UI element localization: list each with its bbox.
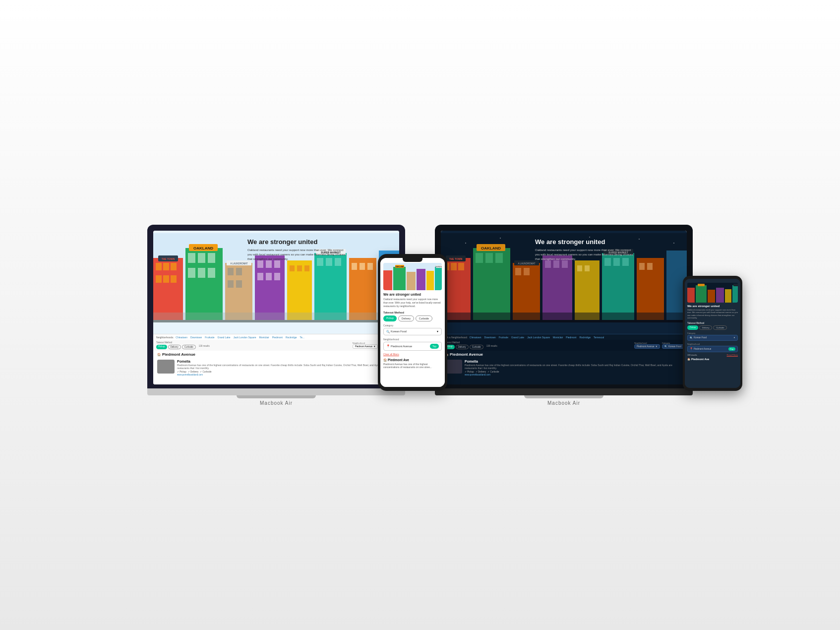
right-curbside-chip[interactable]: Curbside — [470, 345, 483, 349]
right-neighborhood-dropdown[interactable]: Piedmont Avenue ▼ — [634, 344, 660, 349]
svg-rect-100 — [647, 263, 653, 270]
left-phone-curbside[interactable]: Curbside — [416, 315, 432, 321]
right-phone-result-header: 🏠 Piedmont Ave — [687, 358, 738, 361]
left-phone-pickup[interactable]: Pickup — [383, 315, 397, 321]
svg-rect-48 — [153, 320, 399, 322]
svg-rect-27 — [257, 260, 263, 268]
left-hero-title: We are stronger united — [247, 238, 394, 246]
svg-rect-31 — [266, 273, 272, 280]
right-phone-pickup[interactable]: Pickup — [687, 325, 698, 330]
svg-rect-12 — [198, 253, 205, 263]
right-nav-piedmont[interactable]: Piedmont — [566, 336, 576, 339]
left-neighborhood-value: Piedmont Avenue — [355, 345, 372, 348]
right-result-info: Pomella Piedmont Avenue has one of the h… — [465, 360, 683, 376]
svg-rect-11 — [188, 253, 195, 263]
left-phone-neighborhood-label: Neighborhood — [383, 338, 442, 341]
right-nav-fruitvale[interactable]: Fruitvale — [499, 336, 508, 339]
left-nav-jacklon[interactable]: Jack London Square — [234, 336, 256, 339]
svg-rect-88 — [562, 260, 568, 268]
right-nav-downtown[interactable]: Downtown — [484, 336, 495, 339]
svg-rect-105 — [687, 288, 695, 303]
svg-rect-46 — [367, 263, 373, 270]
svg-rect-102 — [441, 320, 687, 322]
right-macbook: THE TOWN OAKLAND — [435, 225, 693, 406]
left-phone-clear-all[interactable]: Clear all filters — [383, 353, 442, 356]
left-result-website: www.pomellaoakland.com — [177, 374, 395, 376]
right-phone-search-icon: 🔍 — [690, 336, 693, 339]
left-nav-grandlake[interactable]: Grand Lake — [218, 336, 231, 339]
left-phone-delivery[interactable]: Delivery — [398, 315, 414, 321]
left-nav-fruitvale[interactable]: Fruitvale — [205, 336, 214, 339]
left-phone-top-button[interactable]: Top — [430, 344, 439, 349]
right-phone-reset[interactable]: Reset Filters — [727, 354, 738, 356]
left-result-item: Pomella Piedmont Avenue has one of the h… — [153, 358, 399, 378]
svg-rect-86 — [545, 260, 551, 268]
svg-rect-81 — [515, 268, 521, 275]
right-phone-top-button[interactable]: Top — [728, 347, 735, 351]
svg-rect-29 — [274, 260, 280, 268]
left-nav-piedmont[interactable]: Piedmont — [272, 336, 283, 339]
left-nav-chinatown[interactable]: Chinatown — [176, 336, 187, 339]
right-result-delivery: ✓ Delivery — [476, 371, 486, 373]
left-curbside-chip[interactable]: Curbside — [182, 345, 196, 349]
left-phone-city-svg: OAKLAND SUPER MKT — [383, 263, 442, 290]
left-nav-te[interactable]: Te... — [300, 336, 304, 339]
svg-text:THE TOWN: THE TOWN — [449, 257, 463, 260]
right-phone-bezel: We are stronger united Oakland restauran… — [683, 276, 742, 391]
svg-rect-109 — [716, 288, 724, 303]
right-phone: We are stronger united Oakland restauran… — [683, 276, 742, 391]
right-nav-grandlake[interactable]: Grand Lake — [511, 336, 524, 339]
left-phone-category-dropdown[interactable]: 🔍 Korean Food ▼ — [383, 328, 442, 335]
left-phone-takeout-label: Takeout Method — [383, 311, 442, 314]
left-pickup-chip[interactable]: Pickup — [156, 345, 167, 349]
right-nav-montclair[interactable]: Montclair — [553, 336, 563, 339]
right-phone-results: 130 results — [687, 354, 697, 356]
left-nav-downtown[interactable]: Downtown — [190, 336, 202, 339]
left-screen-content: THE TOWN OAKL — [153, 231, 399, 384]
right-phone-curbside[interactable]: Curbside — [713, 325, 727, 330]
svg-rect-28 — [266, 260, 272, 268]
right-category-dropdown[interactable]: 🔍 Korean Food — [662, 344, 684, 349]
left-phone: OAKLAND SUPER MKT We are — [378, 254, 447, 391]
right-nav-chinatown[interactable]: Chinatown — [470, 336, 481, 339]
right-neighborhood-filter-label: Neighborhood — [634, 342, 660, 344]
left-nav-montclair[interactable]: Montclair — [259, 336, 269, 339]
left-phone-home-icon: 🏠 — [383, 358, 387, 362]
left-macbook: THE TOWN OAKL — [147, 225, 405, 406]
left-phone-neighborhood-title: Piedmont Ave — [388, 358, 409, 362]
right-nav-temescal[interactable]: Temescal — [594, 336, 604, 339]
left-neighborhood-chevron: ▼ — [373, 345, 375, 348]
right-takeout-chips: Pickup Delivery Curbside 130 results — [444, 345, 497, 349]
left-nav-rockridge[interactable]: Rockridge — [286, 336, 297, 339]
left-phone-neighborhood-desc: Piedmont Avenue has one of the highest c… — [383, 363, 442, 369]
right-neighborhood-value: Piedmont Avenue — [637, 345, 654, 348]
left-phone-content: OAKLAND SUPER MKT We are — [380, 258, 445, 387]
right-delivery-chip[interactable]: Delivery — [456, 345, 469, 349]
left-neighborhood-dropdown[interactable]: Piedmont Avenue ▼ — [353, 344, 378, 349]
svg-rect-107 — [698, 284, 705, 286]
left-phone-neighborhood-dropdown[interactable]: 📍 Piedmont Avenue Top — [383, 342, 442, 351]
right-phone-content: We are stronger united Oakland restauran… — [685, 279, 740, 388]
right-phone-neighborhood-dropdown[interactable]: 📍 Piedmont Avenue Top — [687, 346, 738, 352]
right-phone-hero-desc: Oakland restaurants need your support no… — [687, 309, 738, 319]
svg-rect-21 — [236, 268, 242, 275]
left-delivery-chip[interactable]: Delivery — [168, 345, 181, 349]
right-nav-rockridge[interactable]: Rockridge — [579, 336, 591, 339]
svg-rect-82 — [524, 268, 530, 275]
left-phone-hero-desc: Oakland restaurants need your support no… — [383, 298, 442, 308]
right-phone-delivery[interactable]: Delivery — [699, 325, 712, 330]
right-phone-category-inner: 🔍 Korean Food — [690, 336, 707, 339]
left-macbook-label: Macbook Air — [147, 400, 405, 406]
right-restaurant-desc: Piedmont Avenue has one of the highest c… — [465, 364, 683, 370]
svg-rect-91 — [585, 265, 590, 271]
right-phone-category-chevron: ▼ — [733, 336, 735, 339]
left-takeout-label: Takeout Method — [156, 341, 210, 344]
right-phone-category-dropdown[interactable]: 🔍 Korean Food ▼ — [687, 335, 738, 341]
left-result-delivery: ✓ Delivery — [188, 371, 199, 373]
right-nav-jacklon[interactable]: Jack London Square — [527, 336, 550, 339]
right-neighborhood-filter: Neighborhood Piedmont Avenue ▼ — [634, 342, 660, 349]
right-category-value: Korean Food — [668, 345, 681, 348]
right-phone-category-label: Category — [687, 332, 738, 334]
left-takeout-section: Takeout Method Pickup Delivery Curbside … — [156, 341, 210, 349]
svg-rect-71 — [458, 263, 464, 270]
